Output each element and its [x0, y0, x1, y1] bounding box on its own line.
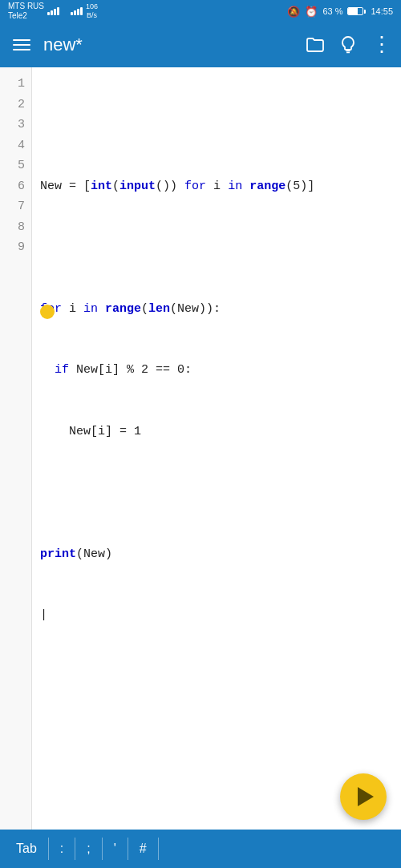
code-line-5: if New[i] % 2 == 0: [40, 360, 401, 381]
code-line-9: | [40, 605, 401, 626]
file-title: new* [43, 34, 296, 55]
status-bar: MTS RUS Tele2 106B/s 🔕 ⏰ 63 % [0, 0, 401, 22]
toolbar-icons: ⋮ [306, 32, 391, 58]
code-line-1 [40, 115, 401, 135]
battery-icon [347, 7, 366, 15]
line-num: 8 [0, 217, 25, 238]
notification-icon: 🔕 [287, 6, 300, 18]
code-editor[interactable]: 1 2 3 4 5 6 7 8 9 New = [int(input()) fo… [0, 67, 401, 830]
divider-5 [158, 838, 159, 860]
line-num: 9 [0, 237, 25, 258]
signal-bar-2 [51, 10, 53, 15]
code-line-3 [40, 237, 401, 258]
cursor-handle [40, 305, 55, 319]
key-semicolon[interactable]: ; [75, 837, 101, 861]
key-tab[interactable]: Tab [5, 837, 48, 861]
battery-percent: 63 % [322, 6, 342, 16]
menu-button[interactable] [10, 36, 34, 54]
signal-bars-2 [71, 7, 83, 15]
key-hash[interactable]: # [128, 837, 158, 861]
data-speed: 106B/s [86, 2, 98, 20]
line-num: 3 [0, 115, 25, 135]
carrier-name: MTS RUS [8, 2, 44, 11]
line-num: 1 [0, 74, 25, 95]
menu-line-3 [13, 49, 30, 50]
menu-line-1 [13, 39, 30, 41]
carrier-name2: Tele2 [8, 11, 44, 21]
signal-bar-1 [47, 12, 50, 15]
signal-bar-5 [71, 12, 73, 15]
code-line-2: New = [int(input()) for i in range(5)] [40, 176, 401, 197]
signal-bar-8 [80, 7, 83, 15]
signal-bar-4 [57, 7, 59, 15]
signal-bar-6 [74, 10, 76, 15]
play-button[interactable] [340, 773, 387, 820]
play-icon [358, 787, 374, 806]
time: 14:55 [371, 6, 393, 16]
code-line-7 [40, 482, 401, 503]
menu-line-2 [13, 44, 30, 46]
carrier-info: MTS RUS Tele2 [8, 2, 44, 21]
line-num: 2 [0, 95, 25, 115]
line-num: 6 [0, 176, 25, 197]
signal-bar-3 [54, 9, 56, 15]
key-colon[interactable]: : [49, 837, 75, 861]
line-numbers: 1 2 3 4 5 6 7 8 9 [0, 67, 32, 830]
line-num: 5 [0, 155, 25, 176]
code-text[interactable]: New = [int(input()) for i in range(5)] f… [32, 67, 401, 830]
bottom-bar: Tab : ; ' # [0, 830, 401, 868]
lightbulb-icon[interactable] [339, 35, 357, 55]
code-line-8: print(New) [40, 544, 401, 565]
code-line-6: New[i] = 1 [40, 422, 401, 442]
status-left: MTS RUS Tele2 106B/s [8, 2, 98, 21]
line-num: 7 [0, 196, 25, 217]
toolbar: new* ⋮ [0, 22, 401, 67]
key-quote[interactable]: ' [103, 837, 128, 861]
status-right: 🔕 ⏰ 63 % 14:55 [287, 6, 393, 18]
signal-bar-7 [77, 9, 79, 15]
code-line-4: for i in range(len(New)): [40, 299, 401, 320]
alarm-icon: ⏰ [305, 6, 318, 18]
line-num: 4 [0, 135, 25, 156]
folder-icon[interactable] [306, 37, 325, 53]
signal-bars [47, 7, 59, 15]
more-menu-icon[interactable]: ⋮ [371, 32, 391, 58]
